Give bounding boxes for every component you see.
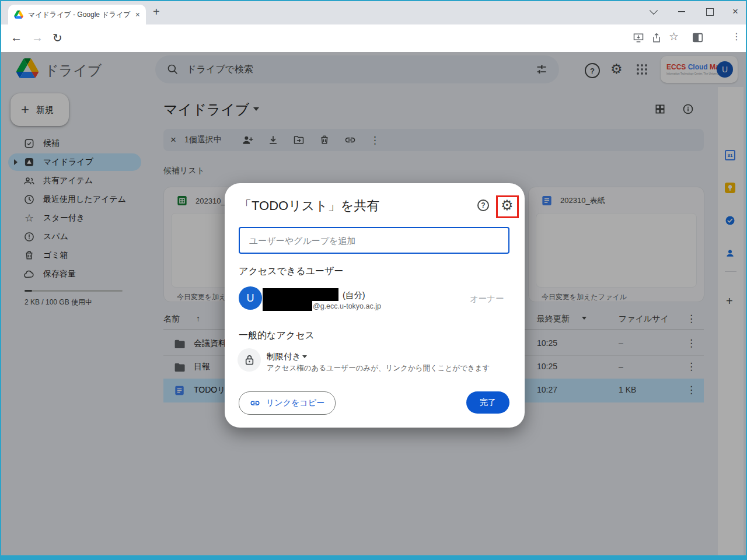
link-icon xyxy=(250,398,260,408)
dialog-title: 「TODOリスト」を共有 xyxy=(239,197,379,215)
window-minimize-button[interactable] xyxy=(670,1,693,22)
browser-tab-bar: マイドライブ - Google ドライブ × + × xyxy=(1,1,746,24)
people-with-access-heading: アクセスできるユーザー xyxy=(239,265,343,278)
general-access-description: アクセス権のあるユーザーのみが、リンクから開くことができます xyxy=(267,363,490,373)
redacted-owner-name xyxy=(263,288,338,301)
dialog-help-icon[interactable]: ? xyxy=(477,200,489,211)
dropdown-caret-icon[interactable] xyxy=(302,355,307,358)
browser-menu-icon[interactable]: ⋮ xyxy=(732,32,741,41)
browser-tab[interactable]: マイドライブ - Google ドライブ × xyxy=(8,5,146,24)
window-maximize-button[interactable] xyxy=(698,1,721,22)
forward-icon[interactable]: → xyxy=(32,31,43,44)
tab-close-icon[interactable]: × xyxy=(135,10,140,19)
back-icon[interactable]: ← xyxy=(11,31,22,44)
new-tab-button[interactable]: + xyxy=(153,5,160,19)
owner-avatar: U xyxy=(239,286,262,310)
general-access-dropdown[interactable]: 制限付き xyxy=(267,351,301,362)
share-icon[interactable] xyxy=(651,32,662,46)
copy-link-label: リンクをコピー xyxy=(266,398,324,408)
done-button[interactable]: 完了 xyxy=(466,391,509,414)
owner-role: オーナー xyxy=(470,293,504,304)
window-close-button[interactable]: × xyxy=(724,1,747,22)
owner-email: @g.ecc.u-tokyo.ac.jp xyxy=(313,302,381,310)
redacted-email-prefix xyxy=(263,301,312,311)
browser-window: マイドライブ - Google ドライブ × + × ← → ↻ drive.g… xyxy=(0,0,747,560)
share-dialog: 「TODOリスト」を共有 ? ⚙ アクセスできるユーザー U (自分) @g.e… xyxy=(225,183,525,428)
owner-self-label: (自分) xyxy=(343,290,365,301)
general-access-heading: 一般的なアクセス xyxy=(239,330,315,342)
browser-toolbar: ← → ↻ drive.google.com/drive/my-drive ☆ … xyxy=(1,24,746,52)
drive-favicon-icon xyxy=(14,10,23,19)
restricted-lock-icon xyxy=(238,348,261,372)
refresh-icon[interactable]: ↻ xyxy=(53,31,62,45)
bookmark-star-icon[interactable]: ☆ xyxy=(669,30,679,43)
copy-link-button[interactable]: リンクをコピー xyxy=(239,391,336,415)
add-people-input[interactable] xyxy=(239,227,509,254)
annotation-highlight-box xyxy=(496,195,519,218)
tab-title: マイドライブ - Google ドライブ xyxy=(28,10,132,20)
window-menu-icon[interactable] xyxy=(642,1,665,22)
side-panel-icon[interactable] xyxy=(692,33,703,45)
save-page-icon[interactable] xyxy=(633,32,644,46)
